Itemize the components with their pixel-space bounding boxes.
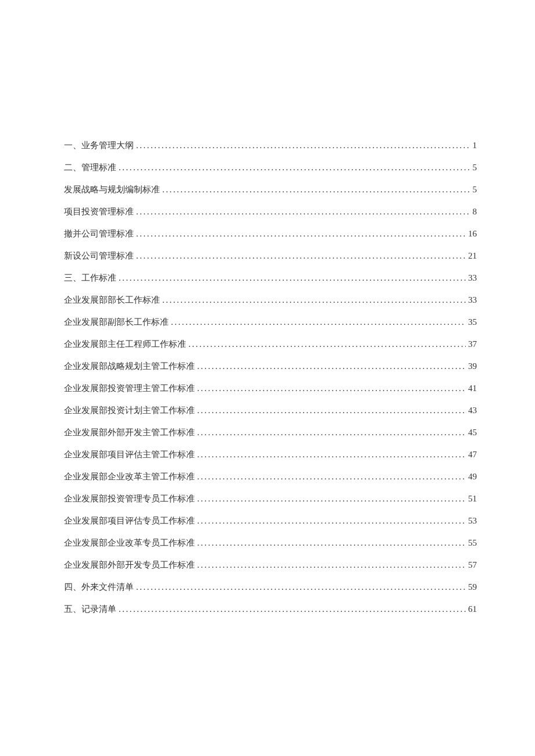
toc-entry-title: 一、业务管理大纲	[64, 139, 134, 152]
toc-entry-page: 57	[468, 559, 477, 571]
toc-dots	[197, 559, 466, 571]
toc-dots	[171, 316, 466, 328]
toc-entry: 企业发展部企业改革主管工作标准49	[64, 471, 477, 483]
toc-dots	[197, 427, 466, 439]
toc-entry: 企业发展部主任工程师工作标准37	[64, 338, 477, 350]
toc-entry-page: 21	[468, 250, 477, 262]
toc-entry-page: 61	[468, 603, 477, 615]
toc-entry-title: 发展战略与规划编制标准	[64, 184, 160, 196]
toc-entry-title: 三、工作标准	[64, 272, 116, 284]
toc-entry-title: 企业发展部副部长工作标准	[64, 316, 169, 328]
toc-entry: 项目投资管理标准8	[64, 206, 477, 218]
toc-entry-page: 43	[468, 404, 477, 417]
toc-entry-page: 55	[468, 537, 477, 549]
table-of-contents: 一、业务管理大纲1二、管理标准5发展战略与规划编制标准5项目投资管理标准8撤并公…	[64, 139, 477, 615]
toc-entry-page: 59	[468, 581, 477, 593]
toc-entry-title: 企业发展部投资管理主管工作标准	[64, 382, 195, 395]
toc-entry: 三、工作标准33	[64, 272, 477, 284]
toc-entry-page: 49	[468, 471, 477, 483]
toc-dots	[162, 294, 466, 306]
toc-dots	[188, 338, 466, 350]
toc-entry: 企业发展部外部开发专员工作标准57	[64, 559, 477, 571]
toc-dots	[119, 162, 470, 174]
toc-entry-page: 53	[468, 515, 477, 527]
toc-dots	[119, 603, 466, 615]
toc-entry: 发展战略与规划编制标准5	[64, 184, 477, 196]
toc-entry: 企业发展部部长工作标准33	[64, 294, 477, 306]
toc-dots	[197, 471, 466, 483]
toc-entry: 新设公司管理标准21	[64, 250, 477, 262]
toc-entry: 一、业务管理大纲1	[64, 139, 477, 152]
toc-entry-page: 5	[473, 162, 477, 174]
toc-entry-title: 企业发展部项目评估专员工作标准	[64, 515, 195, 527]
toc-entry: 企业发展部项目评估专员工作标准53	[64, 515, 477, 527]
toc-dots	[136, 139, 470, 152]
toc-entry: 企业发展部战略规划主管工作标准39	[64, 360, 477, 372]
toc-entry: 企业发展部投资管理主管工作标准41	[64, 382, 477, 395]
toc-entry-title: 企业发展部企业改革专员工作标准	[64, 537, 195, 549]
toc-entry-title: 四、外来文件清单	[64, 581, 134, 593]
toc-entry-title: 项目投资管理标准	[64, 206, 134, 218]
toc-dots	[136, 581, 466, 593]
toc-entry-page: 45	[468, 427, 477, 439]
toc-dots	[197, 449, 466, 461]
toc-entry-page: 8	[473, 206, 477, 218]
toc-dots	[197, 404, 466, 417]
toc-entry-title: 企业发展部部长工作标准	[64, 294, 160, 306]
toc-entry-title: 五、记录清单	[64, 603, 116, 615]
toc-entry-title: 撤并公司管理标准	[64, 228, 134, 240]
toc-entry-page: 47	[468, 449, 477, 461]
toc-entry-page: 37	[468, 338, 477, 350]
toc-entry: 企业发展部企业改革专员工作标准55	[64, 537, 477, 549]
toc-entry-title: 新设公司管理标准	[64, 250, 134, 262]
toc-entry-page: 35	[468, 316, 477, 328]
toc-dots	[197, 493, 466, 505]
toc-entry-page: 33	[468, 272, 477, 284]
toc-entry-page: 39	[468, 360, 477, 372]
toc-entry-page: 41	[468, 382, 477, 395]
toc-dots	[197, 537, 466, 549]
toc-dots	[197, 360, 466, 372]
toc-entry-title: 企业发展部主任工程师工作标准	[64, 338, 186, 350]
toc-entry-page: 1	[473, 139, 477, 152]
toc-entry: 企业发展部投资计划主管工作标准43	[64, 404, 477, 417]
toc-entry-page: 5	[473, 184, 477, 196]
toc-entry: 企业发展部副部长工作标准35	[64, 316, 477, 328]
toc-dots	[197, 382, 466, 395]
toc-entry: 企业发展部投资管理专员工作标准51	[64, 493, 477, 505]
toc-dots	[136, 250, 466, 262]
toc-entry-title: 企业发展部企业改革主管工作标准	[64, 471, 195, 483]
toc-entry-title: 企业发展部投资计划主管工作标准	[64, 404, 195, 417]
toc-entry-title: 企业发展部战略规划主管工作标准	[64, 360, 195, 372]
toc-entry-title: 二、管理标准	[64, 162, 116, 174]
toc-entry-title: 企业发展部投资管理专员工作标准	[64, 493, 195, 505]
toc-entry: 四、外来文件清单59	[64, 581, 477, 593]
toc-entry: 撤并公司管理标准16	[64, 228, 477, 240]
toc-dots	[119, 272, 466, 284]
toc-dots	[136, 206, 470, 218]
toc-entry: 二、管理标准5	[64, 162, 477, 174]
toc-entry: 企业发展部外部开发主管工作标准45	[64, 427, 477, 439]
toc-entry-title: 企业发展部外部开发专员工作标准	[64, 559, 195, 571]
toc-entry: 五、记录清单61	[64, 603, 477, 615]
toc-entry-page: 33	[468, 294, 477, 306]
toc-dots	[136, 228, 466, 240]
toc-entry-title: 企业发展部外部开发主管工作标准	[64, 427, 195, 439]
toc-entry-page: 51	[468, 493, 477, 505]
toc-entry: 企业发展部项目评估主管工作标准47	[64, 449, 477, 461]
toc-entry-title: 企业发展部项目评估主管工作标准	[64, 449, 195, 461]
toc-entry-page: 16	[468, 228, 477, 240]
toc-dots	[162, 184, 470, 196]
toc-dots	[197, 515, 466, 527]
